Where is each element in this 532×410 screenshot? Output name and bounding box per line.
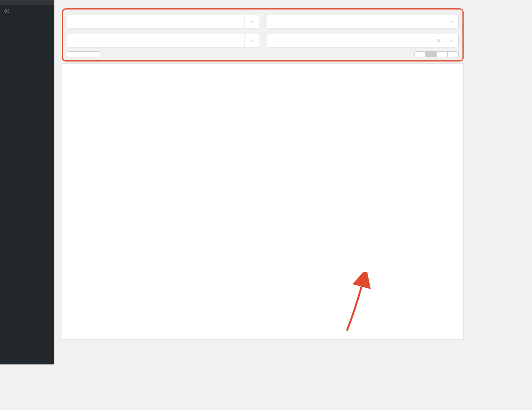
page-title bbox=[62, 0, 464, 8]
locations-select[interactable] bbox=[267, 15, 459, 28]
chevron-down-icon bbox=[244, 34, 259, 47]
today-button[interactable] bbox=[67, 51, 78, 57]
chevron-down-icon bbox=[444, 34, 458, 47]
next-button[interactable] bbox=[89, 51, 100, 57]
view-timetable-button[interactable] bbox=[448, 51, 459, 57]
clear-icon[interactable] bbox=[434, 34, 443, 47]
main-content bbox=[54, 0, 471, 364]
employees-label bbox=[67, 31, 259, 34]
nav-button-group bbox=[67, 51, 100, 57]
admin-sidebar bbox=[0, 0, 54, 364]
svg-point-0 bbox=[5, 9, 9, 13]
statuses-select[interactable] bbox=[267, 34, 459, 47]
calendar-body[interactable] bbox=[62, 64, 463, 339]
collapse-icon bbox=[3, 8, 11, 14]
view-week-button[interactable] bbox=[426, 51, 437, 57]
view-day-button[interactable] bbox=[437, 51, 448, 57]
calendar-toolbar bbox=[67, 51, 459, 57]
collapse-menu[interactable] bbox=[0, 5, 54, 17]
services-label bbox=[67, 12, 259, 15]
submenu-appointments bbox=[0, 0, 54, 5]
filter-panel bbox=[62, 8, 464, 62]
chevron-down-icon bbox=[244, 15, 259, 28]
employees-select[interactable] bbox=[67, 34, 259, 47]
chevron-down-icon bbox=[444, 15, 458, 28]
view-button-group bbox=[414, 51, 459, 57]
locations-label bbox=[267, 12, 459, 15]
calendar-grid bbox=[62, 63, 464, 340]
statuses-label bbox=[267, 31, 459, 34]
previous-button[interactable] bbox=[78, 51, 89, 57]
view-month-button[interactable] bbox=[414, 51, 426, 57]
services-select[interactable] bbox=[67, 15, 259, 28]
